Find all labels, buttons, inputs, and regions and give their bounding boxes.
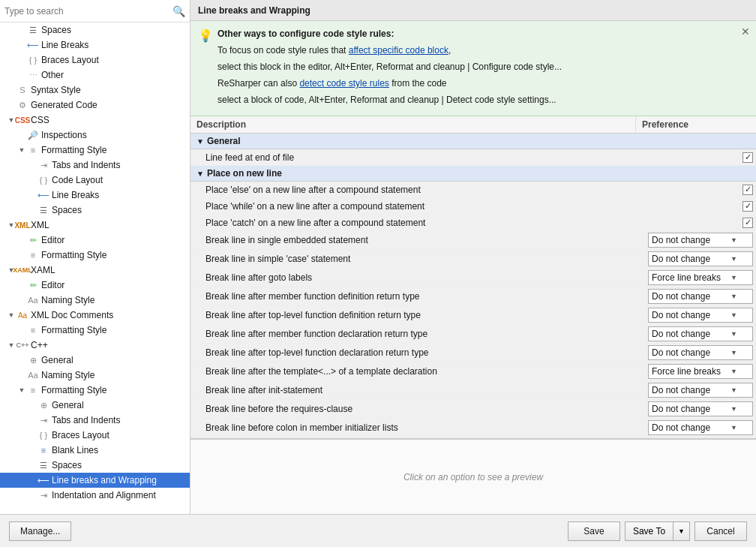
sidebar-item-label: XML Doc Comments bbox=[31, 310, 113, 320]
spacer-icon bbox=[16, 235, 27, 245]
group-place-new-line[interactable]: ▼ Place on new line bbox=[190, 166, 756, 182]
cancel-button[interactable]: Cancel bbox=[694, 521, 747, 541]
dropdown-case[interactable]: Do not change ▼ bbox=[648, 251, 753, 266]
sidebar-item-label: Line breaks and Wrapping bbox=[52, 475, 157, 485]
right-panel: Line breaks and Wrapping 💡 ✕ Other ways … bbox=[190, 0, 756, 514]
expand-icon: ▼ bbox=[16, 145, 27, 155]
sidebar-item-syntax[interactable]: S Syntax Style bbox=[0, 83, 190, 98]
sidebar-item-other1[interactable]: ⋯ Other bbox=[0, 68, 190, 83]
search-input[interactable] bbox=[4, 6, 172, 17]
sidebar-item-linebreaks-wrapping[interactable]: ⟵ Line breaks and Wrapping bbox=[0, 473, 190, 488]
inspections-icon: 🔎 bbox=[27, 129, 39, 141]
dropdown-arrow-icon: ▼ bbox=[730, 368, 737, 375]
save-to-button[interactable]: Save To ▼ bbox=[625, 521, 690, 541]
sidebar-item-indentation[interactable]: ⇥ Indentation and Alignment bbox=[0, 488, 190, 503]
group-general[interactable]: ▼ General bbox=[190, 134, 756, 149]
sidebar-item-formatting2[interactable]: ≡ Formatting Style bbox=[0, 248, 190, 263]
sidebar-item-blanklines[interactable]: ≡ Blank Lines bbox=[0, 443, 190, 458]
sidebar-item-codelayout[interactable]: { } Code Layout bbox=[0, 173, 190, 188]
sidebar-item-formatting3[interactable]: ≡ Formatting Style bbox=[0, 323, 190, 338]
checkbox-while[interactable] bbox=[742, 201, 753, 212]
sidebar-item-inspections[interactable]: 🔎 Inspections bbox=[0, 128, 190, 143]
sidebar-item-label: Formatting Style bbox=[41, 145, 106, 155]
info-text3b: from the code bbox=[389, 78, 447, 89]
dropdown-template[interactable]: Force line breaks ▼ bbox=[648, 364, 753, 379]
info-link2[interactable]: detect code style rules bbox=[299, 78, 388, 89]
spacer-icon bbox=[27, 205, 38, 215]
sidebar-item-general-cpp[interactable]: ⊕ General bbox=[0, 353, 190, 368]
row-desc: Break line after goto labels bbox=[190, 270, 636, 285]
sidebar-item-xml[interactable]: ▼ XML XML bbox=[0, 218, 190, 233]
spaces-icon: ☰ bbox=[27, 24, 39, 36]
code-icon: { } bbox=[38, 174, 50, 186]
sidebar-item-spaces[interactable]: ☰ Spaces bbox=[0, 23, 190, 38]
info-link1[interactable]: affect specific code block bbox=[349, 45, 448, 56]
sidebar-item-naming-cpp[interactable]: Aa Naming Style bbox=[0, 368, 190, 383]
save-to-arrow[interactable]: ▼ bbox=[673, 521, 690, 541]
sidebar-item-label: Naming Style bbox=[41, 370, 94, 380]
info-bold: Other ways to configure code style rules… bbox=[218, 29, 394, 39]
sidebar-item-tabs1[interactable]: ⇥ Tabs and Indents bbox=[0, 158, 190, 173]
dropdown-single-embedded[interactable]: Do not change ▼ bbox=[648, 233, 753, 248]
dropdown-requires[interactable]: Do not change ▼ bbox=[648, 401, 753, 416]
dropdown-arrow-icon: ▼ bbox=[730, 349, 737, 356]
dropdown-toplevel-decl[interactable]: Do not change ▼ bbox=[648, 345, 753, 360]
row-pref bbox=[636, 183, 756, 197]
sidebar-item-xaml[interactable]: ▼ XAML XAML bbox=[0, 263, 190, 278]
sidebar-item-editor2[interactable]: ✏ Editor bbox=[0, 278, 190, 293]
sidebar-item-label: Braces Layout bbox=[52, 430, 110, 440]
sidebar-item-cpp[interactable]: ▼ C++ C++ bbox=[0, 338, 190, 353]
sidebar-item-formatting4[interactable]: ▼ ≡ Formatting Style bbox=[0, 383, 190, 398]
row-desc: Break line after top-level function defi… bbox=[190, 308, 636, 323]
sidebar-item-label: Other bbox=[41, 70, 64, 80]
dropdown-value: Force line breaks bbox=[652, 366, 721, 377]
save-button[interactable]: Save bbox=[568, 521, 620, 541]
dropdown-toplevel-def[interactable]: Do not change ▼ bbox=[648, 308, 753, 323]
sidebar-item-label: Generated Code bbox=[31, 100, 98, 110]
cpp-icon: C++ bbox=[16, 339, 28, 351]
spacer-icon bbox=[16, 55, 27, 65]
sidebar-item-label: Syntax Style bbox=[31, 85, 81, 95]
sidebar-item-tabs2[interactable]: ⇥ Tabs and Indents bbox=[0, 413, 190, 428]
sidebar-item-braces2[interactable]: { } Braces Layout bbox=[0, 428, 190, 443]
dropdown-colon[interactable]: Do not change ▼ bbox=[648, 420, 753, 435]
preview-placeholder: Click on an option to see a preview bbox=[404, 472, 543, 482]
dialog: 🔍 ☰ Spaces ⟵ Line Breaks bbox=[0, 0, 756, 547]
dropdown-member-def[interactable]: Do not change ▼ bbox=[648, 289, 753, 304]
naming-icon: Aa bbox=[27, 369, 39, 381]
dropdown-arrow-icon: ▼ bbox=[730, 293, 737, 300]
sidebar-item-editor1[interactable]: ✏ Editor bbox=[0, 233, 190, 248]
spacer-icon bbox=[27, 475, 38, 485]
sidebar-item-xmldoc[interactable]: ▼ Aa XML Doc Comments bbox=[0, 308, 190, 323]
sidebar-item-general-fmt[interactable]: ⊕ General bbox=[0, 398, 190, 413]
syntax-icon: S bbox=[16, 84, 28, 96]
sidebar-item-css[interactable]: ▼ CSS CSS bbox=[0, 113, 190, 128]
sidebar-item-formatting1[interactable]: ▼ ≡ Formatting Style bbox=[0, 143, 190, 158]
row-pref: Do not change ▼ bbox=[636, 287, 756, 305]
row-pref: Do not change ▼ bbox=[636, 250, 756, 268]
dropdown-goto[interactable]: Force line breaks ▼ bbox=[648, 270, 753, 285]
table-row: Break line in single embedded statement … bbox=[190, 231, 756, 250]
sidebar-item-spaces3[interactable]: ☰ Spaces bbox=[0, 458, 190, 473]
sidebar-item-spaces2[interactable]: ☰ Spaces bbox=[0, 203, 190, 218]
sidebar-item-label: Code Layout bbox=[52, 175, 103, 185]
sidebar-item-linebreaks2[interactable]: ⟵ Line Breaks bbox=[0, 188, 190, 203]
xaml-icon: XAML bbox=[16, 264, 28, 276]
sidebar-item-generated[interactable]: ⚙ Generated Code bbox=[0, 98, 190, 113]
save-to-main[interactable]: Save To bbox=[625, 521, 673, 541]
dropdown-init[interactable]: Do not change ▼ bbox=[648, 383, 753, 398]
row-desc: Place 'while' on a new line after a comp… bbox=[190, 199, 636, 214]
checkbox-linefeed[interactable] bbox=[742, 152, 753, 163]
sidebar-item-linebreaks1[interactable]: ⟵ Line Breaks bbox=[0, 38, 190, 53]
checkbox-catch[interactable] bbox=[742, 218, 753, 228]
dropdown-member-decl[interactable]: Do not change ▼ bbox=[648, 326, 753, 341]
dropdown-value: Do not change bbox=[652, 329, 710, 339]
sidebar-item-braces1[interactable]: { } Braces Layout bbox=[0, 53, 190, 68]
spacer-icon bbox=[16, 25, 27, 35]
general-icon: ⊕ bbox=[38, 399, 50, 411]
checkbox-else[interactable] bbox=[742, 185, 753, 195]
search-bar[interactable]: 🔍 bbox=[0, 0, 190, 23]
close-icon[interactable]: ✕ bbox=[741, 26, 750, 38]
sidebar-item-naming1[interactable]: Aa Naming Style bbox=[0, 293, 190, 308]
manage-button[interactable]: Manage... bbox=[9, 521, 71, 541]
